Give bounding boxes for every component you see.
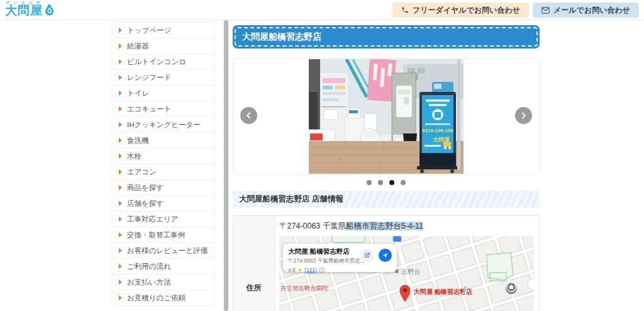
triangle-bullet-icon (119, 75, 122, 80)
sidebar-item-search-products[interactable]: 商品を探す (113, 180, 214, 196)
sidebar-item-usage-flow[interactable]: ご利用の流れ (113, 259, 214, 274)
free-dial-contact-button[interactable]: フリーダイヤルでお問い合わせ (392, 3, 529, 18)
sidebar-item-work-examples[interactable]: 交換・取替工事例 (113, 227, 214, 243)
phone-icon (401, 6, 409, 14)
contact-buttons: フリーダイヤルでお問い合わせ メールでお問い合わせ (392, 3, 639, 18)
info-icon[interactable]: i (319, 268, 325, 273)
sidebar-item-ecocute[interactable]: エコキュート (113, 101, 214, 117)
sidebar-item-payment-methods[interactable]: お支払い方法 (113, 274, 214, 290)
page-title: 大問屋船橋習志野店 (242, 31, 321, 42)
triangle-bullet-icon (119, 122, 122, 127)
store-info-section-header: 大問屋船橋習志野店 店舗情報 (233, 191, 540, 208)
main-content: 大問屋船橋習志野店 (233, 25, 540, 311)
carousel-next-button[interactable] (515, 107, 532, 124)
page-scrollbar[interactable] (223, 20, 229, 311)
section-title: 大問屋船橋習志野店 店舗情報 (239, 194, 343, 205)
triangle-bullet-icon (119, 91, 122, 96)
address-label-cell: 住所 (233, 216, 275, 311)
sidebar-item-reviews[interactable]: お客様のレビューと評価 (113, 243, 214, 259)
address-label: 住所 (247, 283, 262, 293)
carousel-dot-4[interactable] (401, 180, 406, 185)
map-hospital-label: 共立習志野台病院 (280, 285, 329, 291)
sidebar-item-quote-request[interactable]: お見積りのご依頼 (113, 290, 214, 306)
sidebar-menu: トップページ 給湯器 ビルトインコンロ レンジフード トイレ エコキュート IH… (112, 22, 214, 306)
triangle-bullet-icon (119, 43, 122, 48)
triangle-bullet-icon (119, 264, 122, 269)
address-content-cell: 〒274-0063 千葉県船橋市習志野台5-4-11 (275, 216, 539, 311)
triangle-bullet-icon (119, 217, 122, 222)
map-info-card: 大問屋 船橋習志野店 〒274-0063 千葉県船橋市習志... 4.8 ★ (… (283, 244, 397, 272)
sidebar-item-water-heater[interactable]: 給湯器 (113, 38, 214, 54)
chevron-left-icon (245, 112, 252, 119)
triangle-bullet-icon (119, 154, 122, 159)
mail-contact-button[interactable]: メールでお問い合わせ (533, 3, 639, 18)
sidebar-item-dishwasher[interactable]: 食洗機 (113, 133, 214, 149)
map-card-address: 〒274-0063 千葉県船橋市習志... (288, 257, 360, 265)
water-drop-icon (44, 3, 55, 16)
sidebar-item-faucet[interactable]: 水栓 (113, 149, 214, 164)
star-icon: ★ (297, 267, 303, 273)
store-info-table: 住所 〒274-0063 千葉県船橋市習志野台5-4-11 (233, 215, 540, 311)
view-larger-map-button[interactable] (360, 249, 374, 262)
triangle-bullet-icon (119, 185, 122, 190)
scrollbar-thumb[interactable] (224, 20, 228, 311)
triangle-bullet-icon (119, 248, 122, 253)
mail-label: メールでお問い合わせ (553, 5, 630, 16)
sidebar-item-find-stores[interactable]: 店舗を探す (113, 196, 214, 212)
logo-text: 大問屋 (5, 4, 43, 17)
triangle-bullet-icon (119, 232, 122, 237)
directions-button[interactable] (379, 249, 392, 262)
carousel-dot-3-active[interactable] (389, 180, 394, 185)
carousel-dot-1[interactable] (367, 180, 372, 185)
carousel-dots (233, 180, 540, 185)
svg-text:大問屋: 大問屋 (433, 137, 450, 143)
external-link-icon (364, 252, 370, 259)
google-map-embed[interactable]: 志野台 共立習志野台病院 大問屋 船橋習志野店 (279, 236, 534, 311)
sidebar-item-range-hood[interactable]: レンジフード (113, 70, 214, 86)
rating-value: 4.8 (288, 267, 296, 273)
sidebar-item-builtin-stove[interactable]: ビルトインコンロ (113, 54, 214, 70)
sidebar-item-aircon[interactable]: エアコン (113, 164, 214, 180)
sidebar-item-toilet[interactable]: トイレ (113, 86, 214, 101)
address-prefix: 〒274-0063 千葉県 (279, 222, 346, 230)
site-logo[interactable]: 大問屋だいとんや (5, 1, 55, 19)
mail-icon (541, 7, 550, 14)
map-store-label: 大問屋 船橋習志野店 (413, 288, 472, 295)
triangle-bullet-icon (119, 59, 122, 64)
store-photo: 0120-190-106 大問屋 (309, 59, 464, 174)
free-dial-label: フリーダイヤルでお問い合わせ (413, 5, 520, 16)
sidebar-item-ih-heater[interactable]: IHクッキングヒーター (113, 117, 214, 133)
sidebar-item-top-page[interactable]: トップページ (113, 23, 214, 38)
store-title-banner: 大問屋船橋習志野店 (233, 25, 540, 48)
triangle-bullet-icon (119, 138, 122, 143)
map-card-rating: 4.8 ★ (121) i (288, 267, 360, 273)
triangle-bullet-icon (119, 295, 122, 300)
logo-furigana: だいとんや (5, 1, 43, 4)
store-photo-carousel: 0120-190-106 大問屋 (233, 58, 540, 174)
triangle-bullet-icon (119, 201, 122, 206)
svg-text:0120-190-106: 0120-190-106 (422, 128, 453, 133)
carousel-dot-2[interactable] (378, 180, 383, 185)
carousel-prev-button[interactable] (240, 107, 257, 124)
map-area-label: 志野台 (401, 268, 420, 275)
address-highlighted-text: 船橋市習志野台5-4-11 (346, 222, 423, 230)
store-address: 〒274-0063 千葉県船橋市習志野台5-4-11 (279, 221, 535, 232)
sidebar-item-service-area[interactable]: 工事対応エリア (113, 212, 214, 227)
map-card-title: 大問屋 船橋習志野店 (288, 247, 360, 256)
reviews-count-link[interactable]: (121) (304, 267, 317, 273)
triangle-bullet-icon (119, 28, 122, 33)
triangle-bullet-icon (119, 106, 122, 111)
triangle-bullet-icon (119, 280, 122, 285)
top-header: 大問屋だいとんや フリーダイヤルでお問い合わせ メールでお問い合わせ (0, 0, 644, 20)
map-poi-icon[interactable] (506, 283, 517, 295)
triangle-bullet-icon (119, 169, 122, 174)
chevron-right-icon (520, 112, 527, 119)
directions-arrow-icon (382, 252, 389, 259)
